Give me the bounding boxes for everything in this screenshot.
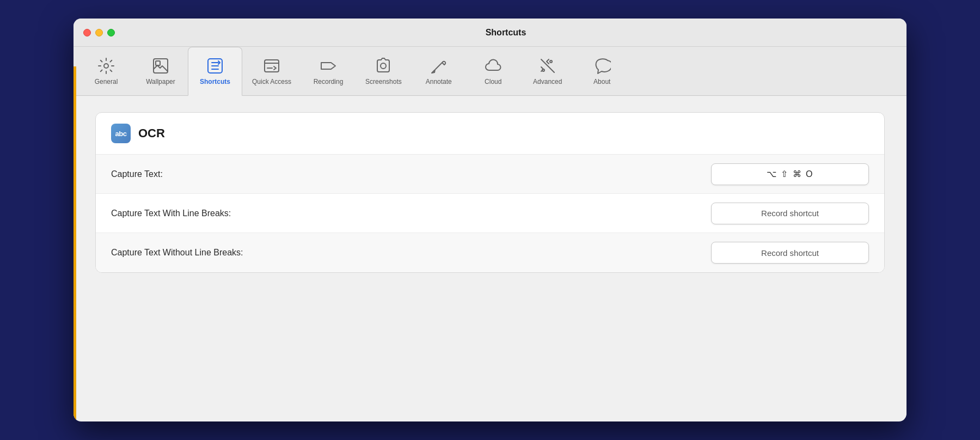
ocr-card: abc OCR Capture Text: ⌥ ⇧ ⌘ O Capture Te… [95, 112, 885, 273]
tab-general-label: General [95, 78, 118, 85]
left-accent [74, 66, 76, 421]
svg-point-6 [381, 63, 386, 69]
tab-about[interactable]: About [575, 47, 629, 95]
about-icon [593, 57, 611, 75]
ocr-icon: abc [111, 124, 131, 143]
advanced-icon [539, 57, 556, 75]
tab-annotate[interactable]: Annotate [412, 47, 466, 95]
tab-general[interactable]: General [79, 47, 133, 95]
card-header: abc OCR [96, 113, 884, 155]
gear-icon [97, 57, 115, 75]
svg-rect-2 [156, 61, 160, 65]
wallpaper-icon [152, 57, 169, 75]
tab-cloud-label: Cloud [485, 78, 501, 85]
card-title: OCR [138, 126, 165, 140]
tab-quickaccess[interactable]: Quick Access [242, 47, 301, 95]
tab-advanced-label: Advanced [533, 78, 562, 85]
tab-cloud[interactable]: Cloud [466, 47, 520, 95]
traffic-lights [83, 29, 115, 36]
tab-quickaccess-label: Quick Access [252, 78, 291, 85]
tab-recording[interactable]: Recording [301, 47, 356, 95]
shortcut-row-with-breaks: Capture Text With Line Breaks: Record sh… [96, 194, 884, 233]
maximize-button[interactable] [107, 29, 115, 36]
tab-shortcuts-label: Shortcuts [200, 78, 230, 85]
svg-point-8 [542, 69, 544, 71]
tab-annotate-label: Annotate [426, 78, 452, 85]
svg-point-7 [550, 60, 552, 63]
annotate-icon [430, 57, 448, 75]
svg-rect-4 [265, 60, 279, 72]
screenshots-icon [375, 57, 392, 75]
tab-screenshots-label: Screenshots [365, 78, 402, 85]
tab-advanced[interactable]: Advanced [520, 47, 575, 95]
tab-wallpaper-label: Wallpaper [146, 78, 175, 85]
app-window: Shortcuts General Wallpaper [74, 19, 906, 421]
shortcut-row-capture-text: Capture Text: ⌥ ⇧ ⌘ O [96, 155, 884, 194]
tabbar: General Wallpaper Shortcuts [74, 47, 906, 96]
capture-text-label: Capture Text: [111, 169, 711, 179]
tab-about-label: About [593, 78, 610, 85]
tab-shortcuts[interactable]: Shortcuts [188, 47, 242, 96]
titlebar: Shortcuts [74, 19, 906, 47]
shortcut-row-without-breaks: Capture Text Without Line Breaks: Record… [96, 233, 884, 272]
tab-wallpaper[interactable]: Wallpaper [133, 47, 188, 95]
recording-icon [320, 57, 337, 75]
svg-point-0 [104, 64, 108, 68]
capture-text-shortcut-button[interactable]: ⌥ ⇧ ⌘ O [711, 163, 869, 185]
capture-text-breaks-button[interactable]: Record shortcut [711, 203, 869, 224]
capture-text-no-breaks-button[interactable]: Record shortcut [711, 242, 869, 264]
shortcuts-icon [206, 57, 224, 75]
capture-text-no-breaks-label: Capture Text Without Line Breaks: [111, 248, 711, 258]
tab-recording-label: Recording [314, 78, 344, 85]
capture-text-breaks-value: Record shortcut [761, 209, 819, 218]
window-title: Shortcuts [115, 28, 897, 38]
capture-text-breaks-label: Capture Text With Line Breaks: [111, 209, 711, 218]
close-button[interactable] [83, 29, 91, 36]
minimize-button[interactable] [95, 29, 103, 36]
quickaccess-icon [263, 57, 280, 75]
tab-screenshots[interactable]: Screenshots [356, 47, 412, 95]
capture-text-no-breaks-value: Record shortcut [761, 248, 819, 258]
capture-text-shortcut-value: ⌥ ⇧ ⌘ O [767, 169, 814, 179]
content-area: abc OCR Capture Text: ⌥ ⇧ ⌘ O Capture Te… [74, 96, 906, 421]
cloud-icon [485, 57, 502, 75]
